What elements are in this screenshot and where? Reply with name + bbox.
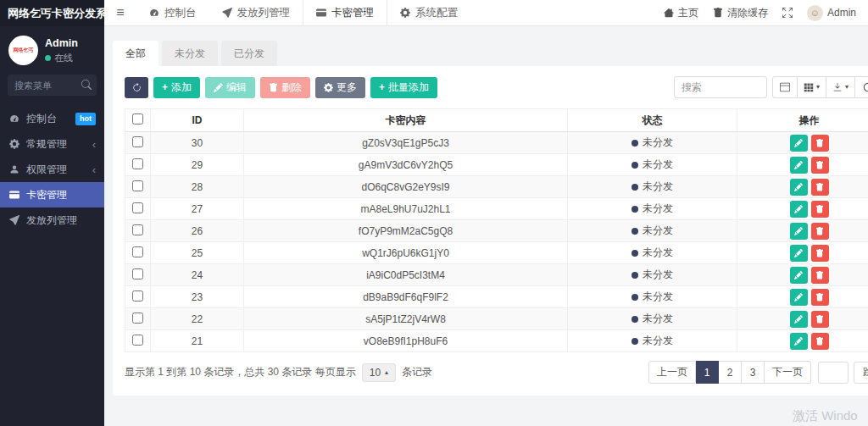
nav-tab-sysconfig[interactable]: 系统配置: [387, 0, 470, 25]
row-delete-button[interactable]: [811, 157, 829, 174]
tab-undistributed[interactable]: 未分发: [162, 41, 218, 66]
row-checkbox[interactable]: [132, 335, 143, 346]
row-delete-button[interactable]: [811, 311, 829, 328]
sidebar-item-general[interactable]: 常规管理 ‹: [0, 131, 104, 157]
status-badge: 未分发: [643, 136, 673, 148]
avatar: ☺: [807, 5, 823, 21]
edit-button[interactable]: 编辑: [205, 77, 255, 98]
status-dot-icon: [632, 228, 638, 235]
user-status: 在线: [45, 52, 78, 64]
row-checkbox[interactable]: [132, 180, 143, 191]
clear-cache-link[interactable]: 清除缓存: [713, 6, 768, 20]
top-navbar: ≡ 控制台 发放列管理 卡密管理 系统配置 主页 清除缓存 ☺ Admin: [104, 0, 868, 26]
export-button[interactable]: ▾: [826, 76, 855, 98]
row-id: 23: [151, 286, 244, 308]
sidebar-item-dashboard[interactable]: 控制台 hot: [0, 106, 104, 131]
sidebar-item-cardkeys[interactable]: 卡密管理: [0, 182, 104, 207]
refresh-button[interactable]: [125, 77, 148, 98]
caret-down-icon: ▾: [816, 84, 820, 91]
row-edit-button[interactable]: [790, 135, 808, 152]
row-checkbox[interactable]: [132, 136, 143, 147]
next-page-button[interactable]: 下一页: [765, 361, 811, 384]
row-edit-button[interactable]: [790, 223, 808, 240]
sidebar-item-permissions[interactable]: 权限管理 ‹: [0, 157, 104, 182]
pencil-icon: [794, 249, 803, 257]
delete-button[interactable]: 删除: [260, 77, 310, 98]
panel-icon: [780, 82, 790, 92]
row-edit-button[interactable]: [790, 289, 808, 306]
sidebar-item-distribution[interactable]: 发放列管理: [0, 207, 104, 233]
columns-grid-icon: [804, 82, 814, 92]
caret-down-icon: ▾: [845, 84, 849, 91]
row-delete-button[interactable]: [811, 179, 829, 196]
row-checkbox[interactable]: [132, 313, 143, 324]
column-header-content[interactable]: 卡密内容: [244, 109, 568, 132]
page-button-3[interactable]: 3: [742, 361, 765, 384]
jump-page-button[interactable]: 跳转: [854, 362, 868, 384]
user-name: Admin: [45, 37, 78, 49]
row-checkbox[interactable]: [132, 246, 143, 257]
caret-up-icon: ▴: [385, 369, 388, 376]
trash-icon: [815, 183, 824, 191]
select-all-checkbox[interactable]: [132, 113, 143, 124]
row-edit-button[interactable]: [790, 267, 808, 284]
column-header-status[interactable]: 状态: [568, 109, 737, 132]
page-button-2[interactable]: 2: [719, 361, 742, 384]
hamburger-icon[interactable]: ≡: [104, 0, 136, 25]
batch-add-button[interactable]: + 批量添加: [370, 77, 437, 98]
tab-all[interactable]: 全部: [113, 41, 159, 66]
row-edit-button[interactable]: [790, 201, 808, 218]
row-delete-button[interactable]: [811, 333, 829, 350]
nav-tab-cardkeys[interactable]: 卡密管理: [303, 0, 387, 25]
row-content: mA8eL9hU7uJ2hL1: [244, 198, 568, 220]
per-page-dropdown[interactable]: 10 ▴: [362, 363, 396, 382]
row-content: sA5jP1tZ2jV4rW8: [244, 308, 568, 330]
columns-button[interactable]: ▾: [798, 76, 826, 98]
status-badge: 未分发: [643, 313, 673, 324]
tab-distributed[interactable]: 已分发: [221, 41, 277, 66]
jump-page-input[interactable]: [818, 362, 849, 384]
gear-icon: [8, 139, 20, 149]
nav-tab-dashboard[interactable]: 控制台: [136, 0, 209, 25]
nav-tab-distribution[interactable]: 发放列管理: [209, 0, 303, 25]
hot-badge: hot: [75, 113, 96, 125]
avatar: 网络乞丐: [8, 36, 38, 65]
row-delete-button[interactable]: [811, 223, 829, 240]
status-dot-icon: [632, 272, 638, 279]
app-title: 网络乞丐卡密分发系: [0, 0, 104, 26]
pencil-icon: [214, 83, 223, 92]
prev-page-button[interactable]: 上一页: [648, 361, 696, 384]
row-edit-button[interactable]: [790, 333, 808, 350]
sidebar-item-label: 常规管理: [26, 137, 67, 152]
row-checkbox[interactable]: [132, 290, 143, 302]
fullscreen-table-button[interactable]: [855, 76, 868, 98]
row-delete-button[interactable]: [811, 289, 829, 306]
home-link[interactable]: 主页: [664, 6, 698, 20]
row-edit-button[interactable]: [790, 179, 808, 196]
row-checkbox[interactable]: [132, 158, 143, 169]
row-edit-button[interactable]: [790, 157, 808, 174]
column-header-id[interactable]: ID: [151, 109, 244, 132]
page-button-1[interactable]: 1: [696, 361, 719, 384]
row-delete-button[interactable]: [811, 245, 829, 262]
column-header-operation[interactable]: 操作: [737, 109, 868, 132]
add-button[interactable]: + 添加: [153, 77, 200, 98]
pencil-icon: [794, 205, 803, 213]
row-delete-button[interactable]: [811, 135, 829, 152]
user-menu[interactable]: ☺ Admin: [807, 5, 856, 21]
table-row: 23dB9aB9dF6qF9lF2未分发: [125, 286, 868, 308]
row-edit-button[interactable]: [790, 311, 808, 328]
more-button[interactable]: 更多: [315, 77, 365, 98]
toggle-view-button[interactable]: [772, 76, 798, 98]
row-checkbox[interactable]: [132, 224, 143, 235]
row-delete-button[interactable]: [811, 267, 829, 284]
table-panel: + 添加 编辑 删除 更多 + 批量添加: [113, 66, 868, 396]
row-edit-button[interactable]: [790, 245, 808, 262]
sidebar-item-label: 发放列管理: [26, 213, 77, 228]
table-search-input[interactable]: [674, 76, 767, 98]
trash-icon: [815, 315, 824, 324]
row-checkbox[interactable]: [132, 268, 143, 279]
row-delete-button[interactable]: [811, 201, 829, 218]
fullscreen-button[interactable]: [782, 8, 793, 18]
row-checkbox[interactable]: [132, 202, 143, 213]
